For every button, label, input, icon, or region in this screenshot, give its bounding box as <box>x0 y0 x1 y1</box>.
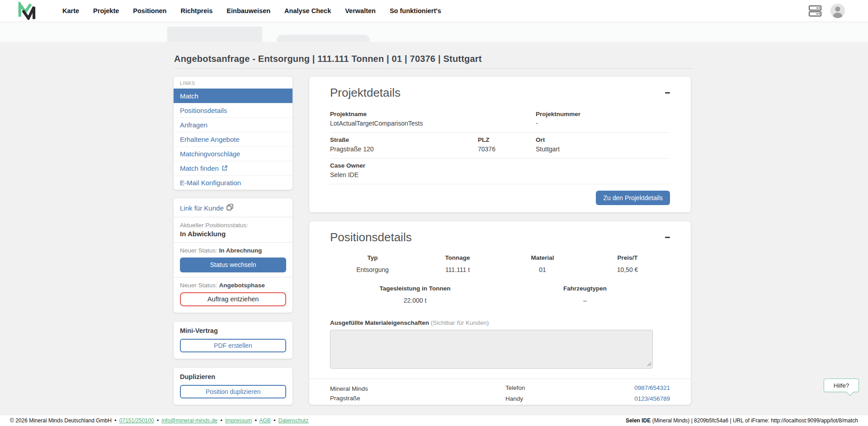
links-card: LINKS Match Positionsdetails Anfragen Er… <box>174 77 292 190</box>
material-properties-textarea[interactable] <box>330 330 653 369</box>
new-status-value: Angebotsphase <box>219 282 265 289</box>
strasse-label: Straße <box>330 136 478 143</box>
main-content: Projektdetails Projektname LotActualTarg… <box>309 77 691 405</box>
status-card: Link für Kunde Aktueller Positionsstatus… <box>174 198 292 313</box>
ort-value: Stuttgart <box>536 145 670 153</box>
new-status-line: Neuer Status:In Abrechnung <box>180 247 286 254</box>
preis-label: Preis/T <box>585 254 670 261</box>
customer-link[interactable]: Link für Kunde <box>180 204 233 212</box>
background-band <box>0 22 868 42</box>
links-card-title: LINKS <box>174 77 292 89</box>
to-project-details-button[interactable]: Zu den Projektdetails <box>596 191 670 205</box>
current-status-label: Aktueller Positionsstatus: <box>180 222 284 229</box>
collapse-section-icon[interactable] <box>665 237 670 238</box>
external-link-icon <box>222 164 227 172</box>
user-avatar-icon[interactable] <box>830 3 845 19</box>
nav-projekte[interactable]: Projekte <box>93 7 119 14</box>
tagesleistung-value: 22.000 t <box>330 297 500 304</box>
duplizieren-title: Duplizieren <box>180 373 286 380</box>
skeleton-placeholder-block <box>167 27 262 42</box>
nav-einbauweisen[interactable]: Einbauweisen <box>226 7 270 14</box>
help-button[interactable]: Hilfe? <box>824 379 859 392</box>
material-value: 01 <box>500 266 585 273</box>
projektdetails-title: Projektdetails <box>330 86 401 100</box>
nav-so-funktionierts[interactable]: So funktioniert's <box>390 7 441 14</box>
footer-separator: • <box>219 417 223 424</box>
new-status-prefix: Neuer Status: <box>180 282 217 289</box>
footer-separator: • <box>272 417 277 424</box>
title-divider <box>174 68 693 69</box>
footer-session-details: (Mineral Minds) | 8209b5fc54a6 | URL of … <box>651 417 858 424</box>
contact-city: 70376 Stuttgart <box>330 403 505 405</box>
plz-label: PLZ <box>478 136 536 143</box>
sidebar-item-label: Match finden <box>180 164 219 172</box>
typ-label: Typ <box>330 254 415 261</box>
projektnummer-label: Projektnummer <box>536 111 670 117</box>
footer-phone-link[interactable]: 07151/250100 <box>119 417 154 424</box>
duplicate-position-button[interactable]: Position duplizieren <box>180 385 286 398</box>
sidebar-item-matchingvorschlaege[interactable]: Matchingvorschläge <box>174 146 292 161</box>
footer-agb-link[interactable]: AGB <box>259 417 271 424</box>
footer-bar: © 2026 Mineral Minds Deutschland GmbH • … <box>0 415 868 426</box>
tonnage-label: Tonnage <box>415 254 500 261</box>
fahrzeugtypen-value: – <box>500 297 670 304</box>
telefon-label: Telefon <box>505 384 634 391</box>
contact-street: Pragstraße <box>330 394 505 403</box>
typ-value: Entsorgung <box>330 266 415 273</box>
divider <box>174 242 292 243</box>
project-row: Projektname LotActualTargetComparisonTes… <box>330 107 670 133</box>
sidebar-item-email-konfiguration[interactable]: E-Mail Konfiguration <box>174 175 292 190</box>
material-properties-label: Ausgefüllte Materialeigenschaften (Sicht… <box>330 319 670 326</box>
ort-label: Ort <box>536 136 670 143</box>
footer-datenschutz-link[interactable]: Datenschutz <box>278 417 309 424</box>
divider <box>174 217 292 217</box>
skeleton-tab-placeholder <box>277 35 370 42</box>
server-rack-icon[interactable] <box>807 3 823 19</box>
contact-company: Mineral Minds <box>330 384 505 394</box>
fahrzeugtypen-label: Fahrzeugtypen <box>500 285 670 292</box>
sidebar: LINKS Match Positionsdetails Anfragen Er… <box>174 77 292 426</box>
withdraw-order-button[interactable]: Auftrag entziehen <box>180 292 286 306</box>
new-status-value: In Abrechnung <box>219 247 262 254</box>
sidebar-item-erhaltene-angebote[interactable]: Erhaltene Angebote <box>174 132 292 146</box>
customer-link-label: Link für Kunde <box>180 204 224 212</box>
top-navigation-bar: Karte Projekte Positionen Richtpreis Ein… <box>0 0 868 22</box>
case-owner-label: Case Owner <box>330 162 478 169</box>
create-pdf-button[interactable]: PDF erstellen <box>180 339 286 352</box>
preis-value: 10,50 € <box>585 266 670 273</box>
telefon-number-link[interactable]: 0987/654321 <box>634 384 670 391</box>
copy-icon <box>226 204 233 212</box>
sidebar-item-match-finden[interactable]: Match finden <box>174 161 292 175</box>
collapse-section-icon[interactable] <box>665 92 670 94</box>
sidebar-item-anfragen[interactable]: Anfragen <box>174 117 292 132</box>
handy-label: Handy <box>505 395 634 402</box>
nav-richtpreis[interactable]: Richtpreis <box>180 7 212 14</box>
change-status-button[interactable]: Status wechseln <box>180 257 286 272</box>
footer-email-link[interactable]: info@mineral-minds.de <box>161 417 217 424</box>
nav-verwalten[interactable]: Verwalten <box>345 7 376 14</box>
nav-positionen[interactable]: Positionen <box>133 7 166 14</box>
projektname-value: LotActualTargetComparisonTests <box>330 120 478 127</box>
sidebar-item-positionsdetails[interactable]: Positionsdetails <box>174 103 292 117</box>
case-owner-value: Selen IDE <box>330 171 478 178</box>
mineral-minds-logo-icon[interactable] <box>17 2 39 20</box>
tagesleistung-label: Tagesleistung in Tonnen <box>330 285 500 292</box>
nav-karte[interactable]: Karte <box>62 7 79 14</box>
new-status-line: Neuer Status:Angebotsphase <box>180 282 286 289</box>
tonnage-value: 111.111 t <box>415 266 500 273</box>
footer-user-name: Selen IDE <box>626 417 651 424</box>
handy-number-link[interactable]: 0123/456789 <box>634 395 670 402</box>
mini-vertrag-title: Mini-Vertrag <box>180 327 286 334</box>
new-status-prefix: Neuer Status: <box>180 247 217 254</box>
material-properties-label-text: Ausgefüllte Materialeigenschaften <box>330 319 429 326</box>
nav-analyse-check[interactable]: Analyse Check <box>284 7 331 14</box>
positionsdetails-card: Positionsdetails Typ Tonnage Material Pr… <box>309 221 691 405</box>
contact-section: Mineral Minds Pragstraße 70376 Stuttgart… <box>330 379 670 405</box>
duplizieren-card: Duplizieren Position duplizieren <box>174 368 292 405</box>
main-nav: Karte Projekte Positionen Richtpreis Ein… <box>62 7 441 14</box>
divider <box>174 277 292 277</box>
footer-impressum-link[interactable]: Impressum <box>225 417 252 424</box>
material-properties-hint: (Sichtbar für Kunden) <box>431 319 489 326</box>
footer-copyright: © 2026 Mineral Minds Deutschland GmbH <box>10 417 112 424</box>
sidebar-item-match[interactable]: Match <box>174 89 292 103</box>
